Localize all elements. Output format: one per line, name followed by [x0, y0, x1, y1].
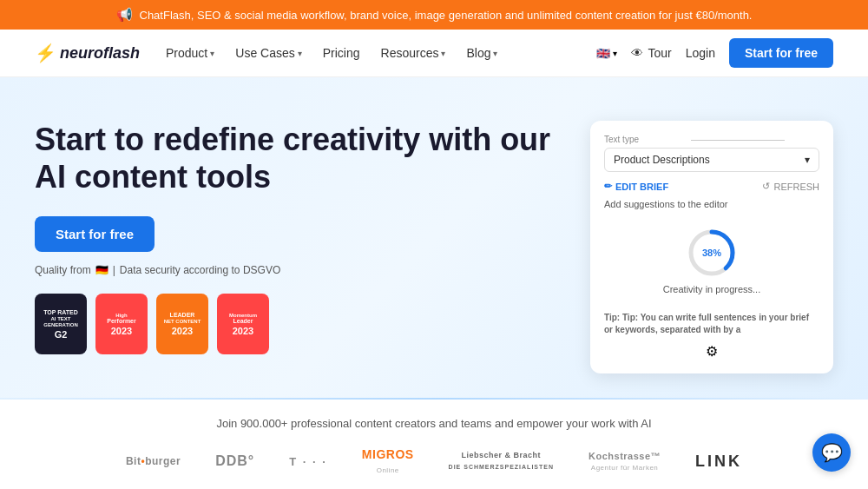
logo-bitburger: Bit•burger: [126, 455, 181, 467]
text-type-select[interactable]: Product Descriptions ▾: [604, 148, 819, 172]
social-proof-text: Join 900.000+ professional content creat…: [35, 417, 833, 430]
nav-pricing[interactable]: Pricing: [323, 46, 360, 60]
logo-migros: MIGROSOnline: [362, 447, 414, 475]
hero-cta-button[interactable]: Start for free: [35, 216, 155, 252]
progress-percent: 38%: [702, 248, 721, 258]
logo[interactable]: ⚡ neuroflash: [35, 43, 140, 63]
card-bottom-icon: ⚙: [604, 343, 819, 360]
badge-leader: LEADER NET CONTENT 2023: [156, 294, 208, 354]
language-selector[interactable]: 🇬🇧 ▾: [596, 47, 617, 60]
nav-blog[interactable]: Blog ▾: [466, 46, 497, 60]
logo-text: neuroflash: [60, 44, 140, 63]
logos-row: Bit•burger DDB° T · · · MIGROSOnline Lie…: [35, 447, 833, 475]
quality-text: Quality from 🇩🇪 | Data security accordin…: [35, 264, 564, 276]
eye-icon: 👁: [631, 46, 643, 60]
card-actions: ✏ EDIT BRIEF ↺ REFRESH: [604, 181, 819, 192]
chevron-down-icon: ▾: [441, 49, 445, 58]
hero-section: Start to redefine creativity with our AI…: [0, 77, 868, 400]
logo-telekom: T · · ·: [289, 455, 327, 468]
chat-button[interactable]: 💬: [812, 433, 851, 472]
quality-label: Quality from: [35, 264, 91, 276]
banner-text: ChatFlash, SEO & social media workflow, …: [140, 9, 753, 22]
hero-title: Start to redefine creativity with our AI…: [35, 121, 564, 195]
tour-button[interactable]: 👁 Tour: [631, 46, 671, 60]
refresh-button[interactable]: ↺ REFRESH: [762, 181, 819, 192]
badge-top-rated: TOP RATED AI TEXT GENERATION G2: [35, 294, 87, 354]
text-type-label: Text type: [604, 135, 639, 144]
navbar: ⚡ neuroflash Product ▾ Use Cases ▾ Prici…: [0, 30, 868, 77]
add-suggestions-text: Add suggestions to the editor: [604, 199, 819, 209]
badge-momentum: Momentum Leader 2023: [217, 294, 269, 354]
logo-ddb: DDB°: [215, 453, 254, 469]
chevron-down-icon: ▾: [298, 49, 302, 58]
progress-status: Creativity in progress...: [663, 284, 760, 294]
flag-icon: 🇬🇧: [596, 47, 610, 60]
edit-icon: ✏: [604, 181, 612, 192]
logo-link: LINK: [695, 453, 742, 471]
tip-label: Tip:: [604, 313, 620, 322]
chevron-down-icon: ▾: [613, 49, 617, 58]
chat-icon: 💬: [821, 442, 843, 463]
nav-right: 🇬🇧 ▾ 👁 Tour Login Start for free: [596, 38, 833, 68]
data-security-text: Data security according to DSGVO: [120, 264, 280, 276]
badge-high-performer: High Performer 2023: [95, 294, 148, 354]
top-banner: 📢 ChatFlash, SEO & social media workflow…: [0, 0, 868, 30]
nav-links: Product ▾ Use Cases ▾ Pricing Resources …: [166, 46, 570, 60]
megaphone-icon: 📢: [116, 7, 133, 23]
selected-type-text: Product Descriptions: [614, 154, 710, 166]
chevron-down-icon: ▾: [805, 154, 810, 166]
ui-card: Text type ———————————— Product Descripti…: [590, 121, 833, 373]
separator-line: ————————————: [691, 135, 785, 144]
logo-icon: ⚡: [35, 43, 56, 63]
logo-liebscher: Liebscher & BrachtDIE SCHMERZSPEZIALISTE…: [449, 450, 554, 472]
nav-cta-button[interactable]: Start for free: [729, 38, 833, 68]
nav-resources[interactable]: Resources ▾: [381, 46, 446, 60]
hero-left: Start to redefine creativity with our AI…: [35, 121, 590, 373]
pipe-separator: |: [113, 264, 115, 276]
text-type-row: Text type ———————————— Product Descripti…: [604, 135, 819, 172]
social-proof-section: Join 900.000+ professional content creat…: [0, 400, 868, 489]
hero-ui-mockup: Text type ———————————— Product Descripti…: [590, 121, 833, 373]
progress-circle: 38%: [686, 227, 738, 279]
login-button[interactable]: Login: [686, 46, 715, 60]
progress-area: 38% Creativity in progress...: [604, 218, 819, 303]
refresh-icon: ↺: [762, 181, 770, 192]
edit-brief-button[interactable]: ✏ EDIT BRIEF: [604, 181, 668, 192]
flag-de-icon: 🇩🇪: [95, 264, 108, 276]
tip-text: Tip: Tip: You can write full sentences i…: [604, 312, 819, 336]
hero-divider: [0, 398, 868, 400]
nav-use-cases[interactable]: Use Cases ▾: [235, 46, 301, 60]
logo-kochstrasse: Kochstrasse™Agentur für Marken: [589, 451, 661, 472]
chevron-down-icon: ▾: [493, 49, 497, 58]
badges-row: TOP RATED AI TEXT GENERATION G2 High Per…: [35, 294, 564, 354]
chevron-down-icon: ▾: [210, 49, 214, 58]
nav-product[interactable]: Product ▾: [166, 46, 214, 60]
